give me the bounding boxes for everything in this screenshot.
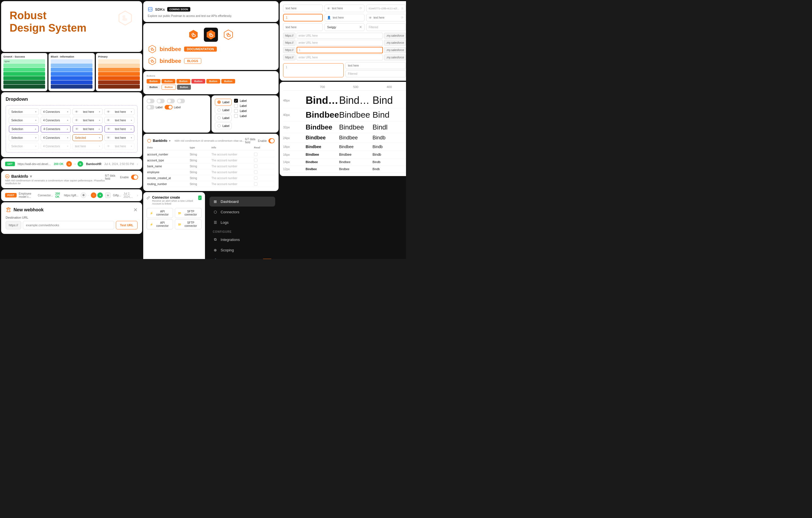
radio-item-2[interactable]: Label — [215, 107, 232, 113]
checkbox-item-3[interactable]: Label — [234, 109, 246, 113]
btn-primary[interactable]: Button — [147, 79, 161, 83]
read-checkbox-1[interactable] — [254, 159, 257, 162]
connector-create-desc: Receive an alert when a new Linked Accou… — [152, 199, 196, 205]
checkbox-item-4[interactable]: Label — [234, 114, 246, 118]
sf-input-1[interactable] — [297, 33, 383, 39]
read-checkbox-3[interactable] — [254, 170, 257, 174]
chevron-down-icon: ▾ — [99, 119, 100, 121]
btn-danger[interactable]: Button — [192, 79, 205, 83]
radio-dot — [218, 101, 221, 104]
clear-icon[interactable]: ✕ — [359, 25, 362, 29]
toggle-label-1[interactable] — [147, 105, 154, 109]
toggle-off-1[interactable] — [147, 99, 154, 103]
method-badge-post: POST — [5, 193, 17, 197]
refresh-icon[interactable]: ⟳ — [401, 16, 403, 20]
btn-ghost[interactable]: Button — [147, 85, 161, 90]
checkbox-item-2[interactable]: Label — [234, 104, 246, 108]
dropdown-selection-4[interactable]: Selection ▾ — [9, 134, 39, 141]
sf-row-4: https:// .my.salesforce — [283, 54, 406, 60]
toggle-off-4[interactable] — [177, 99, 185, 103]
sf-input-3[interactable] — [297, 47, 383, 53]
webhook-url-input[interactable] — [23, 221, 114, 229]
svg-point-2 — [147, 139, 151, 142]
radio-item-3[interactable]: Label — [215, 114, 232, 121]
table-enable-toggle[interactable] — [268, 138, 274, 143]
table-subtitle: Nibh nisl condimentum id venenatis a con… — [175, 139, 245, 142]
radio-group-left: Label Label Label Label — [215, 99, 232, 129]
connector-buttons: ⚡ API connector 📁 SFTP connector ⚡ API c… — [147, 208, 202, 229]
checkbox-item-1[interactable]: ✓ Label — [234, 99, 246, 103]
dropdown-selection-2[interactable]: Selection ▾ — [9, 117, 39, 124]
btn-tertiary[interactable]: Button — [176, 79, 190, 83]
btn-v[interactable]: Button — [206, 79, 220, 83]
textarea-field[interactable]: 1 — [283, 63, 344, 77]
sidebar-item-connectors[interactable]: ⬡ Connectors — [209, 207, 275, 217]
toggle-label-2[interactable] — [165, 105, 173, 109]
connector-row[interactable]: POST Employee model c... Connector... 20… — [1, 189, 142, 201]
radio-item-4[interactable]: Label — [215, 122, 232, 129]
radio-dot — [218, 116, 221, 119]
radio-dot — [218, 124, 221, 128]
radio-item-1[interactable]: Label — [215, 99, 232, 106]
typo-row-24: 24px Bindbee Bindbee Bindb — [283, 133, 406, 143]
refresh-icon[interactable]: ⟳ — [359, 6, 362, 10]
api-connector-btn-2[interactable]: ⚡ API connector — [147, 219, 173, 229]
sidebar-item-logs[interactable]: ☰ Logs — [209, 218, 275, 227]
read-checkbox-2[interactable] — [254, 164, 257, 168]
test-url-button[interactable]: Test URL — [116, 221, 138, 229]
sftp-connector-btn-1[interactable]: 📁 SFTP connector — [175, 208, 201, 218]
sf-input-4[interactable] — [297, 54, 383, 60]
webhook-dest-label: Destination URL — [6, 216, 138, 219]
dropdown-input-5[interactable]: 👁 text here ▾ — [72, 125, 103, 133]
dropdown-connectors-1[interactable]: 4 Connectors ▾ — [40, 108, 71, 115]
sidebar-item-scoping[interactable]: ⊕ Scoping — [209, 245, 275, 255]
sidebar-item-webhooks[interactable]: ⚓ Webhooks NEW — [209, 255, 275, 259]
btn-secondary[interactable]: Button — [162, 79, 175, 83]
api-connector-btn-1[interactable]: ⚡ API connector — [147, 208, 173, 218]
sidebar-nav: ⊞ Dashboard ⬡ Connectors ☰ Logs CONFIGUR… — [206, 192, 279, 259]
sf-input-2[interactable] — [297, 40, 383, 46]
form-field-active[interactable]: 1 — [283, 14, 323, 22]
copy-icon[interactable]: ⎘ — [402, 7, 403, 10]
toggle-off-2[interactable] — [157, 99, 165, 103]
dropdown-selection-1[interactable]: Selection ▾ — [9, 108, 39, 115]
read-checkbox-4[interactable] — [254, 176, 257, 180]
api-log-row[interactable]: GET https://wall-dev-ed.develop.my.s... … — [1, 158, 142, 169]
salesforce-fields: https:// .my.salesforce https:// .my.sal… — [283, 33, 406, 60]
enable-toggle[interactable] — [131, 175, 138, 180]
dropdown-input-6[interactable]: 👁 text here ▾ — [104, 125, 135, 133]
chevron-up-icon: ▾ — [99, 128, 100, 130]
dropdown-input-4[interactable]: 👁 text here ▾ — [104, 117, 135, 124]
dropdown-connectors-4[interactable]: 4 Connectors ▾ — [40, 134, 71, 141]
chevron-down-icon[interactable]: ▾ — [30, 174, 32, 179]
toggle-off-3[interactable] — [167, 99, 175, 103]
sdk-title: SDKs — [155, 7, 165, 11]
sftp-connector-btn-2[interactable]: 📁 SFTP connector — [175, 219, 201, 229]
dropdown-input-7[interactable]: 👁 text here ▾ — [104, 134, 135, 141]
documentation-tag: DOCUMENTATION — [184, 47, 217, 52]
btn-outline[interactable]: Button — [162, 85, 176, 90]
chevron-down-icon: ▾ — [35, 145, 36, 147]
dropdown-input-3[interactable]: 👁 text here ▾ — [72, 117, 103, 124]
dropdown-input-1[interactable]: 👁 text here ▾ — [72, 108, 103, 115]
col-info: Info — [211, 146, 253, 149]
typo-row-12: 12px Bindbee Bindbee Bindb — [283, 166, 406, 173]
read-checkbox-0[interactable] — [254, 153, 257, 156]
typo-row-40: 40px Bindbee Bindbee Bind — [283, 108, 406, 121]
logo-row-icons — [148, 28, 274, 42]
sidebar-item-dashboard[interactable]: ⊞ Dashboard — [209, 197, 275, 207]
dropdown-selected[interactable]: Selected ▾ — [72, 134, 103, 141]
sidebar-item-integrations[interactable]: ⧉ Integrations — [209, 235, 275, 245]
close-icon[interactable]: ✕ — [133, 207, 138, 213]
read-checkbox-5[interactable] — [254, 182, 257, 186]
eye-icon: 👁 — [107, 127, 110, 131]
chevron-icon[interactable]: ▾ — [169, 139, 171, 143]
chevron-down-icon: ▾ — [67, 137, 68, 139]
dropdown-selection-3[interactable]: Selection ▾ — [9, 125, 39, 133]
dropdown-connectors-3[interactable]: 4 Connectors ▾ — [40, 125, 71, 133]
dropdown-connectors-2[interactable]: 4 Connectors ▾ — [40, 117, 71, 124]
enable-label: Enable — [258, 139, 267, 142]
connector-icon-2: ○ — [91, 192, 96, 198]
btn-vi[interactable]: Button — [221, 79, 235, 83]
dropdown-input-2[interactable]: 👁 text here ▾ — [104, 108, 135, 115]
